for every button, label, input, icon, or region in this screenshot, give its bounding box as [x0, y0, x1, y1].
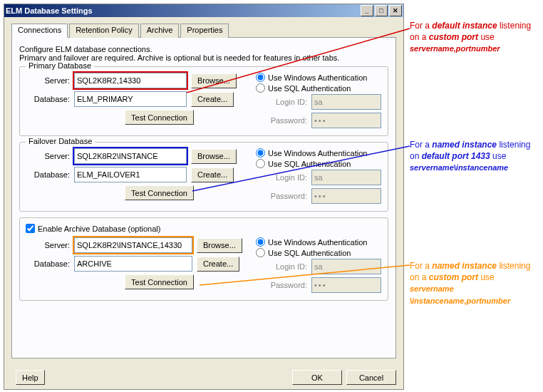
- failover-browse-button[interactable]: Browse...: [191, 149, 237, 164]
- intro-line1: Configure ELM database connections.: [19, 45, 388, 53]
- label-auth-sql: Use SQL Authentication: [268, 84, 351, 93]
- tab-connections[interactable]: Connections: [11, 24, 68, 38]
- archive-auth-sql-radio[interactable]: [256, 248, 265, 257]
- help-button[interactable]: Help: [16, 370, 45, 385]
- annotation-blue: For a named instance listening on defaul…: [410, 139, 539, 174]
- cancel-button[interactable]: Cancel: [346, 370, 396, 385]
- maximize-icon[interactable]: □: [375, 5, 388, 16]
- archive-server-input[interactable]: [74, 237, 192, 253]
- primary-login-input: [311, 94, 381, 110]
- tab-archive[interactable]: Archive: [140, 24, 180, 38]
- label-database: Database:: [26, 170, 70, 179]
- archive-password-input: [311, 277, 381, 293]
- failover-login-input: [311, 170, 381, 185]
- archive-database-input[interactable]: [74, 256, 192, 272]
- primary-database-input[interactable]: [74, 91, 187, 107]
- primary-test-button[interactable]: Test Connection: [125, 110, 194, 125]
- primary-server-input[interactable]: [74, 73, 187, 88]
- primary-password-input: [311, 113, 381, 128]
- failover-auth-windows-radio[interactable]: [256, 148, 265, 158]
- archive-browse-button[interactable]: Browse...: [197, 238, 242, 253]
- label-login: Login ID:: [266, 98, 307, 106]
- failover-server-input[interactable]: [74, 148, 187, 164]
- tab-retention[interactable]: Retention Policy: [69, 24, 139, 38]
- annotation-red: For a default instance listening on a cu…: [410, 20, 539, 55]
- group-archive: Enable Archive Database (optional) Serve…: [19, 217, 388, 301]
- archive-enable-label: Enable Archive Database (optional): [38, 225, 160, 233]
- failover-test-button[interactable]: Test Connection: [125, 185, 194, 200]
- label-auth-win: Use Windows Authentication: [268, 73, 367, 82]
- intro-text: Configure ELM database connections. Prim…: [19, 45, 388, 62]
- titlebar: ELM Database Settings _ □ ✕: [4, 4, 403, 17]
- archive-auth-windows-radio[interactable]: [256, 237, 265, 247]
- minimize-icon[interactable]: _: [361, 5, 373, 16]
- ok-button[interactable]: OK: [292, 370, 342, 385]
- close-icon[interactable]: ✕: [389, 5, 402, 16]
- archive-enable-checkbox[interactable]: [26, 224, 35, 233]
- archive-test-button[interactable]: Test Connection: [125, 274, 194, 289]
- tab-strip: Connections Retention Policy Archive Pro…: [11, 23, 396, 38]
- primary-auth-sql-radio[interactable]: [256, 83, 265, 93]
- label-password: Password:: [266, 116, 307, 125]
- group-failover-title: Failover Database: [26, 137, 95, 145]
- annotation-orange: For a named instance listening on a cust…: [410, 260, 539, 306]
- window-title: ELM Database Settings: [6, 6, 93, 15]
- label-server: Server:: [26, 76, 70, 85]
- failover-password-input: [311, 188, 381, 204]
- label-server: Server:: [26, 152, 70, 160]
- tab-properties[interactable]: Properties: [180, 24, 229, 38]
- failover-database-input[interactable]: [74, 167, 187, 182]
- tab-pane: Configure ELM database connections. Prim…: [11, 38, 396, 359]
- settings-window: ELM Database Settings _ □ ✕ Connections …: [4, 4, 404, 390]
- archive-login-input: [311, 259, 381, 274]
- failover-auth-sql-radio[interactable]: [256, 159, 265, 168]
- primary-auth-windows-radio[interactable]: [256, 73, 265, 82]
- group-primary-title: Primary Database: [26, 61, 94, 70]
- label-database: Database:: [26, 95, 70, 103]
- group-primary: Primary Database Server: Browse... Datab…: [19, 66, 388, 136]
- primary-browse-button[interactable]: Browse...: [191, 73, 237, 88]
- failover-create-button[interactable]: Create...: [191, 167, 234, 182]
- primary-create-button[interactable]: Create...: [191, 92, 234, 107]
- group-failover: Failover Database Server: Browse... Data…: [19, 142, 388, 212]
- archive-create-button[interactable]: Create...: [197, 257, 239, 272]
